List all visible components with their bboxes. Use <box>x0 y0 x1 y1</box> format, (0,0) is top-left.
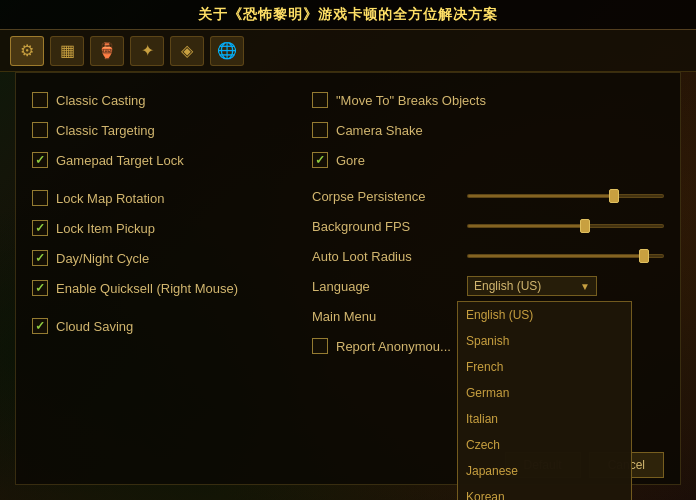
lock-map-rotation-label: Lock Map Rotation <box>56 191 164 206</box>
background-fps-track[interactable] <box>467 224 664 228</box>
chest-tab-button[interactable]: 🏺 <box>90 36 124 66</box>
banner-text: 关于《恐怖黎明》游戏卡顿的全方位解决方案 <box>198 6 498 24</box>
skill-tab-button[interactable]: ✦ <box>130 36 164 66</box>
gore-row: Gore <box>312 147 664 173</box>
classic-casting-row: Classic Casting <box>32 87 292 113</box>
classic-targeting-row: Classic Targeting <box>32 117 292 143</box>
language-label: Language <box>312 279 457 294</box>
background-fps-label: Background FPS <box>312 219 457 234</box>
language-dropdown-list: English (US) Spanish French German Itali… <box>457 301 632 500</box>
cloud-saving-row: Cloud Saving <box>32 313 292 339</box>
camera-shake-checkbox[interactable] <box>312 122 328 138</box>
settings-content: Classic Casting Classic Targeting Gamepa… <box>16 73 680 446</box>
report-label: Report Anonymou... <box>336 339 451 354</box>
lock-map-rotation-checkbox[interactable] <box>32 190 48 206</box>
cloud-saving-checkbox[interactable] <box>32 318 48 334</box>
gore-label: Gore <box>336 153 365 168</box>
language-dropdown[interactable]: English (US) ▼ <box>467 276 597 296</box>
right-column: "Move To" Breaks Objects Camera Shake Go… <box>312 87 664 436</box>
left-column: Classic Casting Classic Targeting Gamepa… <box>32 87 292 436</box>
dropdown-arrow-icon: ▼ <box>580 281 590 292</box>
day-night-cycle-row: Day/Night Cycle <box>32 245 292 271</box>
lang-option-korean[interactable]: Korean <box>458 484 631 500</box>
gear-tab-button[interactable]: ⚙ <box>10 36 44 66</box>
corpse-persistence-thumb[interactable] <box>609 189 619 203</box>
gamepad-target-lock-label: Gamepad Target Lock <box>56 153 184 168</box>
lang-option-japanese[interactable]: Japanese <box>458 458 631 484</box>
main-menu-label: Main Menu <box>312 309 457 324</box>
lock-item-pickup-row: Lock Item Pickup <box>32 215 292 241</box>
auto-loot-radius-row: Auto Loot Radius <box>312 243 664 269</box>
corpse-persistence-row: Corpse Persistence <box>312 183 664 209</box>
icon-bar: ⚙ ▦ 🏺 ✦ ◈ 🌐 <box>0 30 696 72</box>
lang-option-german[interactable]: German <box>458 380 631 406</box>
gore-checkbox[interactable] <box>312 152 328 168</box>
enable-quicksell-label: Enable Quicksell (Right Mouse) <box>56 281 238 296</box>
report-checkbox[interactable] <box>312 338 328 354</box>
camera-shake-label: Camera Shake <box>336 123 423 138</box>
lock-map-rotation-row: Lock Map Rotation <box>32 185 292 211</box>
globe-tab-button[interactable]: 🌐 <box>210 36 244 66</box>
corpse-persistence-track[interactable] <box>467 194 664 198</box>
gamepad-target-lock-row: Gamepad Target Lock <box>32 147 292 173</box>
background-fps-thumb[interactable] <box>580 219 590 233</box>
map-tab-button[interactable]: ◈ <box>170 36 204 66</box>
day-night-cycle-label: Day/Night Cycle <box>56 251 149 266</box>
move-to-breaks-row: "Move To" Breaks Objects <box>312 87 664 113</box>
settings-panel: Classic Casting Classic Targeting Gamepa… <box>15 72 681 485</box>
move-to-breaks-label: "Move To" Breaks Objects <box>336 93 486 108</box>
classic-casting-label: Classic Casting <box>56 93 146 108</box>
auto-loot-radius-track[interactable] <box>467 254 664 258</box>
move-to-breaks-checkbox[interactable] <box>312 92 328 108</box>
auto-loot-radius-label: Auto Loot Radius <box>312 249 457 264</box>
auto-loot-radius-fill <box>468 255 644 257</box>
classic-targeting-label: Classic Targeting <box>56 123 155 138</box>
gamepad-target-lock-checkbox[interactable] <box>32 152 48 168</box>
enable-quicksell-row: Enable Quicksell (Right Mouse) <box>32 275 292 301</box>
corpse-persistence-label: Corpse Persistence <box>312 189 457 204</box>
language-selected-value: English (US) <box>474 279 541 293</box>
cloud-saving-label: Cloud Saving <box>56 319 133 334</box>
lock-item-pickup-label: Lock Item Pickup <box>56 221 155 236</box>
camera-shake-row: Camera Shake <box>312 117 664 143</box>
lang-option-french[interactable]: French <box>458 354 631 380</box>
lang-option-italian[interactable]: Italian <box>458 406 631 432</box>
classic-targeting-checkbox[interactable] <box>32 122 48 138</box>
language-row: Language English (US) ▼ English (US) Spa… <box>312 273 664 299</box>
lang-option-spanish[interactable]: Spanish <box>458 328 631 354</box>
lock-item-pickup-checkbox[interactable] <box>32 220 48 236</box>
classic-casting-checkbox[interactable] <box>32 92 48 108</box>
background-fps-fill <box>468 225 585 227</box>
top-banner: 关于《恐怖黎明》游戏卡顿的全方位解决方案 <box>0 0 696 30</box>
enable-quicksell-checkbox[interactable] <box>32 280 48 296</box>
auto-loot-radius-thumb[interactable] <box>639 249 649 263</box>
day-night-cycle-checkbox[interactable] <box>32 250 48 266</box>
lang-option-czech[interactable]: Czech <box>458 432 631 458</box>
grid-tab-button[interactable]: ▦ <box>50 36 84 66</box>
lang-option-english-us[interactable]: English (US) <box>458 302 631 328</box>
background-fps-row: Background FPS <box>312 213 664 239</box>
corpse-persistence-fill <box>468 195 614 197</box>
